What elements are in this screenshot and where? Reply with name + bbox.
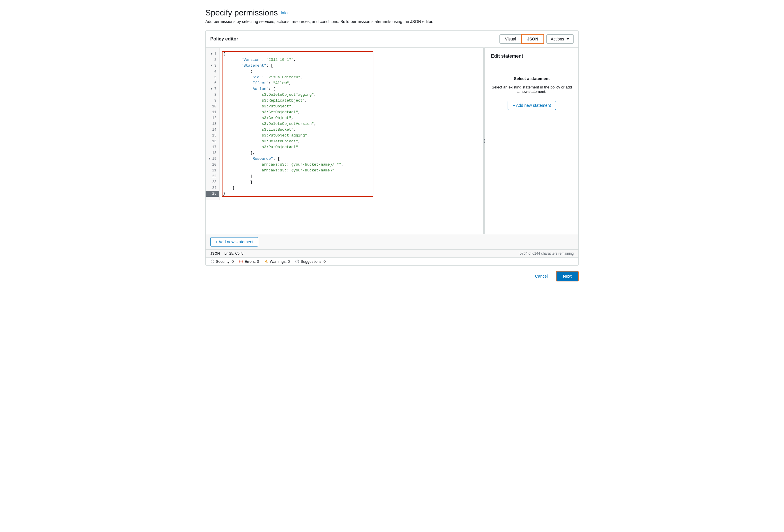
line-num-12: 12	[205, 115, 219, 121]
tab-json[interactable]: JSON	[521, 34, 544, 44]
line-num-22: 22	[205, 173, 219, 179]
code-line-15: "s3:PutObjectTagging",	[223, 133, 374, 139]
collapse-icon-19[interactable]: ▼	[208, 157, 211, 160]
select-statement-desc: Select an existing statement in the poli…	[491, 85, 572, 94]
validation-bar: Security: 0 Errors: 0	[205, 257, 579, 265]
collapse-icon-1[interactable]: ▼	[210, 53, 213, 56]
errors-label: Errors: 0	[244, 259, 259, 264]
divider-dots	[484, 139, 485, 143]
suggestions-status: Suggestions: 0	[295, 259, 326, 264]
code-line-7: "Action": [	[223, 86, 374, 92]
line-num-6: 6	[205, 80, 219, 86]
line-num-20: 20	[205, 162, 219, 168]
page-title: Specify permissions	[205, 8, 278, 18]
policy-editor-container: Policy editor Visual JSON Actions ▼1	[205, 30, 579, 266]
errors-status: Errors: 0	[239, 259, 259, 264]
code-line-25: }	[223, 191, 374, 197]
status-left: JSON Ln 25, Col 5	[210, 252, 243, 256]
chevron-down-icon	[566, 38, 569, 40]
chars-remaining: 5764 of 6144 characters remaining	[520, 252, 574, 256]
divider-dot	[484, 141, 485, 142]
line-num-7: ▼7	[205, 86, 219, 92]
code-panel[interactable]: ▼1 2 ▼3 4 5 6 ▼7 8 9 10 11 12 13 14	[205, 48, 483, 234]
actions-label: Actions	[551, 37, 564, 41]
code-content[interactable]: { "Version": "2012-10-17", "Statement": …	[220, 48, 483, 200]
right-panel-title: Edit statement	[491, 54, 572, 59]
code-line-1: {	[223, 51, 374, 57]
select-statement-section: Select a statement Select an existing st…	[491, 76, 572, 110]
line-num-19: ▼19	[205, 156, 219, 162]
add-new-statement-footer-button[interactable]: + Add new statement	[210, 237, 258, 246]
code-line-20: "arn:aws:s3:::{your-bucket-name}/ *",	[223, 162, 374, 168]
svg-point-6	[297, 261, 297, 261]
line-num-11: 11	[205, 110, 219, 115]
editor-footer: + Add new statement	[205, 234, 579, 249]
code-line-22: ]	[223, 173, 374, 179]
select-statement-heading: Select a statement	[514, 76, 550, 81]
suggestion-icon	[295, 260, 299, 264]
divider-dot	[484, 139, 485, 140]
line-num-17: 17	[205, 144, 219, 150]
cancel-button[interactable]: Cancel	[530, 271, 553, 281]
security-label: Security: 0	[216, 259, 233, 264]
line-num-21: 21	[205, 168, 219, 173]
editor-content: ▼1 2 ▼3 4 5 6 ▼7 8 9 10 11 12 13 14	[205, 48, 579, 234]
code-line-16: "s3:DeleteObject",	[223, 139, 374, 144]
line-num-1: ▼1	[205, 51, 219, 57]
line-num-18: 18	[205, 150, 219, 156]
line-num-3: ▼3	[205, 63, 219, 69]
line-num-23: 23	[205, 179, 219, 185]
code-line-6: "Effect": "Allow",	[223, 80, 374, 86]
code-line-8: "s3:DeleteObjectTagging",	[223, 92, 374, 98]
line-num-13: 13	[205, 121, 219, 127]
code-line-3: "Statement": [	[223, 63, 374, 69]
actions-button[interactable]: Actions	[547, 34, 574, 43]
line-num-5: 5	[205, 75, 219, 80]
code-line-2: "Version": "2012-10-17",	[223, 57, 374, 63]
divider-dot	[484, 142, 485, 143]
warnings-status: Warnings: 0	[264, 259, 290, 264]
warnings-label: Warnings: 0	[270, 259, 290, 264]
code-area: ▼1 2 ▼3 4 5 6 ▼7 8 9 10 11 12 13 14	[205, 48, 483, 200]
status-mode: JSON	[210, 252, 220, 256]
code-line-12: "s3:GetObject",	[223, 115, 374, 121]
line-num-8: 8	[205, 92, 219, 98]
line-num-14: 14	[205, 127, 219, 133]
code-line-24: ]	[223, 185, 374, 191]
code-line-17: "s3:PutObjectAcl"	[223, 144, 374, 150]
info-link[interactable]: Info	[281, 10, 287, 15]
line-num-4: 4	[205, 69, 219, 75]
svg-point-4	[266, 262, 267, 263]
status-bar: JSON Ln 25, Col 5 5764 of 6144 character…	[205, 249, 579, 257]
code-line-9: "s3:ReplicateObject",	[223, 98, 374, 104]
collapse-icon-3[interactable]: ▼	[210, 64, 213, 67]
line-num-24: 24	[205, 185, 219, 191]
tab-visual[interactable]: Visual	[500, 34, 522, 43]
collapse-icon-7[interactable]: ▼	[210, 88, 213, 90]
cursor-position: Ln 25, Col 5	[225, 252, 244, 256]
line-num-2: 2	[205, 57, 219, 63]
line-num-9: 9	[205, 98, 219, 104]
line-num-10: 10	[205, 104, 219, 110]
add-new-statement-panel-button[interactable]: + Add new statement	[508, 101, 556, 110]
code-line-10: "s3:PutObject",	[223, 104, 374, 110]
line-num-15: 15	[205, 133, 219, 139]
policy-editor-header: Policy editor Visual JSON Actions	[205, 31, 579, 48]
line-num-16: 16	[205, 139, 219, 144]
code-line-19: "Resource": [	[223, 156, 374, 162]
code-line-23: }	[223, 179, 374, 185]
code-line-13: "s3:DeleteObjectVersion",	[223, 121, 374, 127]
security-status: Security: 0	[210, 259, 233, 264]
shield-icon	[210, 260, 214, 264]
policy-editor-title: Policy editor	[210, 36, 238, 41]
right-panel: Edit statement Select a statement Select…	[485, 48, 579, 234]
warning-icon	[264, 260, 268, 264]
suggestions-label: Suggestions: 0	[301, 259, 326, 264]
line-numbers: ▼1 2 ▼3 4 5 6 ▼7 8 9 10 11 12 13 14	[205, 48, 220, 200]
next-button[interactable]: Next	[556, 271, 579, 282]
bottom-actions: Cancel Next	[205, 266, 579, 283]
editor-tabs: Visual JSON	[500, 34, 544, 44]
code-line-18: ],	[223, 150, 374, 156]
code-line-21: "arn:aws:s3:::{your-bucket-name}"	[223, 168, 374, 173]
line-num-25: 25	[205, 191, 219, 197]
